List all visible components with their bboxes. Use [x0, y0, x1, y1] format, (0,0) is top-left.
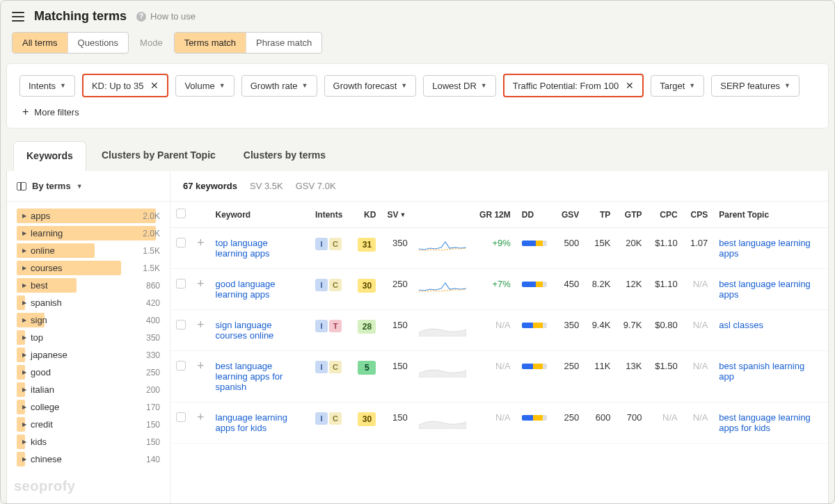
parent-topic-link[interactable]: best spanish learning app: [719, 361, 816, 382]
term-label: ▶italian: [22, 384, 54, 395]
term-learning[interactable]: ▶learning2.0K: [7, 225, 170, 242]
parent-topic-link[interactable]: best language learning apps: [719, 238, 816, 259]
term-label: ▶apps: [22, 211, 50, 221]
row-checkbox[interactable]: [176, 279, 186, 288]
cell-dd: [516, 403, 555, 444]
segment-all-terms[interactable]: All terms: [13, 33, 68, 53]
col-gsv[interactable]: GSV: [555, 202, 585, 228]
filter-growth-forecast[interactable]: Growth forecast▼: [324, 75, 417, 97]
col-tp[interactable]: TP: [584, 202, 616, 228]
term-apps[interactable]: ▶apps2.0K: [7, 207, 170, 225]
term-sign[interactable]: ▶sign400: [7, 311, 170, 329]
parent-topic-link[interactable]: best language learning apps: [719, 279, 816, 300]
filter-target[interactable]: Target▼: [651, 75, 704, 97]
row-checkbox[interactable]: [176, 320, 186, 330]
filter-intents[interactable]: Intents▼: [19, 75, 75, 97]
cell-cps: N/A: [683, 403, 714, 444]
col-parent[interactable]: Parent Topic: [713, 202, 828, 228]
expand-icon[interactable]: +: [197, 410, 205, 424]
table-row: +best language learning apps for spanish…: [170, 351, 828, 403]
cell-expand: +: [191, 269, 210, 310]
close-icon[interactable]: ✕: [148, 80, 159, 91]
segment-phrase-match[interactable]: Phrase match: [246, 33, 321, 53]
filter-lowest-dr[interactable]: Lowest DR▼: [423, 75, 496, 97]
cell-checkbox: [170, 228, 191, 269]
how-to-use-link[interactable]: ? How to use: [136, 11, 196, 22]
term-kids[interactable]: ▶kids150: [7, 433, 170, 450]
term-college[interactable]: ▶college170: [7, 398, 170, 416]
expand-icon[interactable]: +: [197, 359, 205, 373]
keyword-link[interactable]: top language learning apps: [216, 238, 299, 259]
term-best[interactable]: ▶best860: [7, 277, 170, 294]
term-italian[interactable]: ▶italian200: [7, 381, 170, 398]
term-top[interactable]: ▶top350: [7, 329, 170, 346]
col-sv[interactable]: SV▼: [381, 202, 413, 228]
term-online[interactable]: ▶online1.5K: [7, 242, 170, 259]
chevron-right-icon: ▶: [22, 387, 26, 393]
row-checkbox[interactable]: [176, 412, 186, 422]
filter-serp-features[interactable]: SERP features▼: [711, 75, 800, 97]
term-good[interactable]: ▶good250: [7, 364, 170, 381]
term-count: 200: [146, 385, 160, 395]
term-courses[interactable]: ▶courses1.5K: [7, 259, 170, 277]
keyword-link[interactable]: sign language courses online: [216, 320, 299, 341]
col-kd[interactable]: KD: [351, 202, 381, 228]
cell-parent: best language learning apps for kids: [713, 403, 828, 444]
by-terms-dropdown[interactable]: By terms ▼: [7, 171, 170, 202]
plus-icon: +: [22, 106, 29, 118]
keyword-link[interactable]: good language learning apps: [216, 279, 299, 300]
filter-kd[interactable]: KD: Up to 35✕: [82, 74, 168, 97]
row-checkbox[interactable]: [176, 238, 186, 247]
chevron-down-icon: ▼: [481, 82, 487, 89]
segment-terms-match[interactable]: Terms match: [175, 33, 246, 53]
col-intents[interactable]: Intents: [310, 202, 351, 228]
expand-icon[interactable]: +: [197, 318, 205, 332]
cell-expand: +: [191, 310, 210, 351]
keyword-link[interactable]: language learning apps for kids: [216, 412, 299, 433]
row-checkbox[interactable]: [176, 361, 186, 371]
parent-topic-link[interactable]: asl classes: [719, 320, 763, 330]
more-filters-button[interactable]: + More filters: [22, 106, 79, 118]
cell-cpc: N/A: [647, 403, 683, 444]
expand-icon[interactable]: +: [197, 277, 205, 291]
select-all-checkbox[interactable]: [176, 209, 186, 218]
filter-growth-rate[interactable]: Growth rate▼: [241, 75, 317, 97]
col-cpc[interactable]: CPC: [647, 202, 683, 228]
term-credit[interactable]: ▶credit150: [7, 416, 170, 433]
close-icon[interactable]: ✕: [623, 80, 634, 91]
col-cps[interactable]: CPS: [683, 202, 714, 228]
cell-gr: +7%: [472, 269, 516, 310]
term-label: ▶japanese: [22, 350, 67, 360]
term-spanish[interactable]: ▶spanish420: [7, 294, 170, 311]
parent-topic-link[interactable]: best language learning apps for kids: [719, 412, 816, 433]
cell-cps: N/A: [683, 351, 714, 403]
keyword-link[interactable]: best language learning apps for spanish: [216, 361, 299, 392]
tab-keywords[interactable]: Keywords: [13, 141, 86, 171]
cell-checkbox: [170, 310, 191, 351]
sidebar: By terms ▼ ▶apps2.0K▶learning2.0K▶online…: [7, 171, 170, 504]
tab-clusters-by-parent-topic[interactable]: Clusters by Parent Topic: [89, 141, 228, 171]
col-keyword[interactable]: Keyword: [210, 202, 310, 228]
expand-icon[interactable]: +: [197, 236, 205, 250]
term-japanese[interactable]: ▶japanese330: [7, 346, 170, 364]
col-gr[interactable]: GR 12M: [472, 202, 516, 228]
chevron-right-icon: ▶: [22, 352, 26, 358]
segment-questions[interactable]: Questions: [68, 33, 129, 53]
menu-icon[interactable]: [12, 12, 24, 22]
intent-badge-i: I: [315, 279, 328, 291]
summary-sv: SV 3.5K: [250, 181, 283, 191]
cell-kd: 30: [351, 403, 381, 444]
page-title: Matching terms: [34, 9, 127, 24]
col-gtp[interactable]: GTP: [616, 202, 647, 228]
cell-tp: 9.4K: [584, 310, 616, 351]
intent-badge-i: I: [315, 238, 328, 250]
tab-clusters-by-terms[interactable]: Clusters by terms: [231, 141, 338, 171]
filter-volume[interactable]: Volume▼: [175, 75, 234, 97]
terms-questions-segment: All termsQuestions: [12, 32, 129, 54]
term-chinese[interactable]: ▶chinese140: [7, 450, 170, 468]
dd-bar: [522, 364, 547, 369]
filter-traffic-potential[interactable]: Traffic Potential: From 100✕: [503, 74, 644, 97]
chevron-right-icon: ▶: [22, 300, 26, 306]
cell-gtp: 20K: [616, 228, 647, 269]
col-dd[interactable]: DD: [516, 202, 555, 228]
